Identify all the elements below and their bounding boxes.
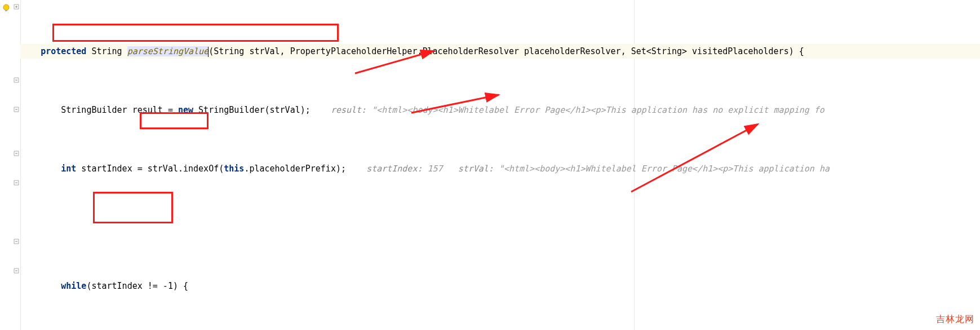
code-line[interactable]: while(startIndex != -1) { — [20, 279, 980, 293]
code-line[interactable]: StringBuilder result = new StringBuilder… — [20, 103, 980, 117]
fold-toggle-icon[interactable] — [14, 107, 20, 113]
watermark-text: 吉林龙网 — [936, 312, 974, 327]
fold-toggle-icon[interactable] — [14, 151, 20, 157]
keyword: protected — [41, 46, 86, 56]
svg-point-0 — [3, 5, 9, 10]
code-editor[interactable]: protected String parseStringValue(String… — [0, 0, 980, 330]
code-line[interactable]: protected String parseStringValue(String… — [20, 44, 980, 59]
inline-hint: startIndex: — [366, 164, 422, 174]
fold-toggle-icon[interactable] — [14, 268, 20, 275]
fold-toggle-icon[interactable] — [14, 239, 20, 245]
method-name: parseStringValue — [127, 46, 209, 56]
code-line[interactable]: int startIndex = strVal.indexOf(this.pla… — [20, 161, 980, 176]
inline-hint: result: — [331, 105, 366, 115]
fold-toggle-icon[interactable] — [14, 4, 20, 11]
inline-hint: strVal: — [458, 164, 494, 174]
code-line[interactable] — [20, 220, 980, 235]
svg-rect-1 — [5, 10, 7, 11]
code-area[interactable]: protected String parseStringValue(String… — [20, 0, 980, 330]
gutter — [0, 0, 14, 330]
fold-toggle-icon[interactable] — [14, 77, 20, 84]
intention-bulb-icon[interactable] — [2, 3, 11, 12]
fold-toggle-icon[interactable] — [14, 180, 20, 187]
